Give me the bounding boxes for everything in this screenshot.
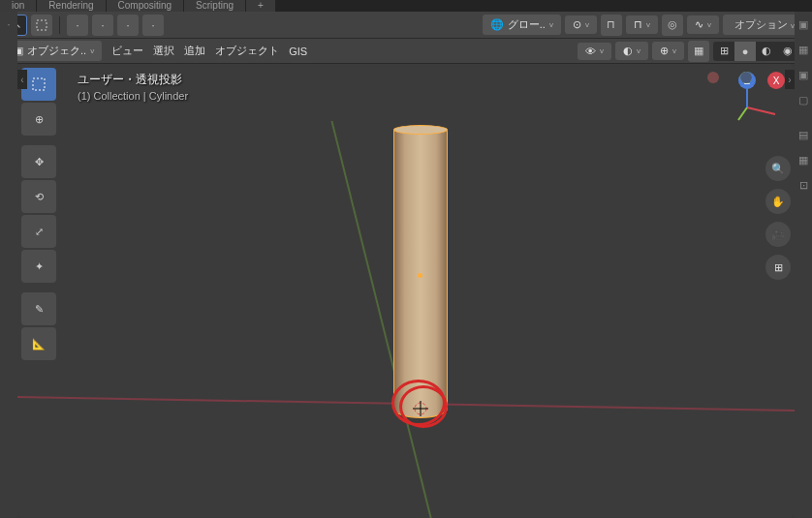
menu-view[interactable]: ビュー — [111, 44, 143, 58]
tab-scripting[interactable]: Scripting — [184, 0, 245, 12]
chevron-down-icon: v — [707, 20, 711, 29]
rail-item[interactable]: ▢ — [795, 87, 812, 112]
mode-icon-1[interactable]: · — [67, 15, 88, 36]
svg-rect-0 — [37, 20, 47, 30]
object-origin-icon — [418, 273, 422, 278]
snap-dropdown[interactable]: ⊓ v — [626, 15, 658, 34]
shading-wireframe[interactable]: ⊞ — [713, 42, 734, 61]
mode-dropdown[interactable]: ▣ オブジェク.. v — [6, 41, 102, 61]
mode-icon-3[interactable]: · — [117, 15, 139, 36]
perspective-toggle-button[interactable]: ⊞ — [765, 255, 791, 280]
tool-move[interactable]: ✥ — [21, 145, 56, 178]
gizmo-icon: ◐ — [623, 45, 633, 57]
rail-item[interactable]: ▦ — [795, 147, 812, 172]
transform-orientation-label: グロー.. — [508, 17, 546, 32]
collapse-left-icon[interactable]: ‹ — [17, 70, 27, 89]
svg-line-5 — [747, 107, 775, 114]
snap-toggle[interactable]: ⊓ — [601, 15, 622, 36]
chevron-down-icon: v — [585, 20, 589, 29]
tool-toolbar: ⊕ ✥ ⟲ ⤢ ✦ ✎ 📐 — [21, 68, 56, 360]
camera-view-button[interactable]: 🎥 — [765, 222, 791, 247]
tab-compositing[interactable]: Compositing — [107, 0, 184, 12]
chevron-down-icon: v — [672, 46, 676, 55]
projection-label: ユーザー・透視投影 — [78, 72, 188, 88]
mode-label: オブジェク.. — [27, 44, 86, 58]
tab-rendering[interactable]: Rendering — [37, 0, 105, 12]
axis-neg-x[interactable] — [707, 72, 719, 83]
svg-line-6 — [738, 107, 747, 120]
left-editor-rail: · — [0, 12, 17, 518]
navigation-gizmo[interactable]: Z X Y — [711, 72, 783, 143]
tool-measure[interactable]: 📐 — [21, 327, 56, 360]
tool-scale[interactable]: ⤢ — [21, 215, 56, 248]
tool-cursor[interactable]: ⊕ — [21, 103, 56, 136]
select-box-icon[interactable] — [31, 15, 52, 36]
header-bar: ↖ · · · · 🌐 グロー.. v ⊙ v ⊓ ⊓ v ◎ ∿ v オプショ… — [0, 12, 812, 39]
right-properties-rail: ▣ ▦ ▣ ▢ ▤ ▦ ⊡ — [795, 12, 812, 518]
shading-mode-group: ⊞ ● ◐ ◉ — [713, 42, 798, 61]
options-label: オプション — [734, 18, 788, 30]
chevron-down-icon: v — [646, 20, 650, 29]
zoom-button[interactable]: 🔍 — [765, 156, 791, 181]
rail-item[interactable]: ⊡ — [795, 172, 812, 198]
3d-viewport[interactable]: ⊕ ✥ ⟲ ⤢ ✦ ✎ 📐 ユーザー・透視投影 (1) Collection |… — [17, 64, 795, 518]
menu-select[interactable]: 選択 — [153, 44, 174, 58]
proportional-dropdown[interactable]: ∿ v — [687, 15, 719, 34]
rail-item[interactable]: · — [0, 12, 17, 37]
shading-material[interactable]: ◐ — [756, 42, 777, 61]
globe-icon: 🌐 — [490, 18, 504, 31]
tool-rotate[interactable]: ⟲ — [21, 180, 56, 213]
rail-item[interactable]: ▣ — [795, 62, 812, 87]
transform-orientation-dropdown[interactable]: 🌐 グロー.. v — [483, 15, 561, 35]
rail-item[interactable]: ▣ — [795, 12, 812, 37]
visibility-dropdown[interactable]: 👁v — [578, 43, 611, 60]
tool-transform[interactable]: ✦ — [21, 250, 56, 283]
xray-toggle[interactable]: ▦ — [688, 41, 709, 62]
mode-icon-2[interactable]: · — [92, 15, 113, 36]
mode-icon-4[interactable]: · — [142, 15, 164, 36]
menu-gis[interactable]: GIS — [289, 46, 307, 57]
rail-item[interactable]: ▤ — [795, 122, 812, 147]
collection-path-label: (1) Collection | Cylinder — [78, 90, 188, 102]
svg-rect-4 — [33, 78, 45, 90]
overlay-icon: ⊕ — [660, 45, 669, 57]
axis-neg-z[interactable] — [740, 72, 752, 83]
chevron-down-icon: v — [549, 20, 553, 29]
menu-object[interactable]: オブジェクト — [215, 44, 279, 58]
axis-x[interactable]: X — [767, 72, 785, 89]
shading-solid[interactable]: ● — [734, 42, 756, 61]
tab-partial[interactable]: ion — [0, 0, 36, 12]
snap-icon: ⊓ — [634, 18, 642, 31]
tab-add[interactable]: + — [246, 0, 275, 12]
overlay-dropdown[interactable]: ⊕v — [652, 42, 684, 60]
pivot-dropdown[interactable]: ⊙ v — [565, 15, 597, 34]
rail-item[interactable]: ▦ — [795, 37, 812, 62]
tool-annotate[interactable]: ✎ — [21, 292, 56, 325]
gizmo-dropdown[interactable]: ◐v — [615, 42, 648, 60]
viewport-header: ▣ オブジェク.. v ビュー 選択 追加 オブジェクト GIS 👁v ◐v ⊕… — [0, 39, 812, 64]
viewport-nav-tools: 🔍 ✋ 🎥 ⊞ — [765, 156, 791, 280]
chevron-down-icon: v — [637, 46, 640, 55]
viewport-overlay-text: ユーザー・透視投影 (1) Collection | Cylinder — [78, 72, 188, 102]
chevron-down-icon: v — [600, 46, 604, 55]
collapse-right-icon[interactable]: › — [785, 70, 795, 89]
proportional-toggle[interactable]: ◎ — [662, 15, 683, 36]
curve-icon: ∿ — [695, 18, 703, 31]
pivot-icon: ⊙ — [573, 18, 581, 31]
workspace-tabs: ion Rendering Compositing Scripting + — [0, 0, 812, 12]
pan-button[interactable]: ✋ — [765, 189, 791, 214]
chevron-down-icon: v — [90, 46, 94, 55]
menu-add[interactable]: 追加 — [184, 44, 205, 58]
eye-icon: 👁 — [585, 46, 596, 57]
3d-cursor-icon — [413, 401, 428, 416]
